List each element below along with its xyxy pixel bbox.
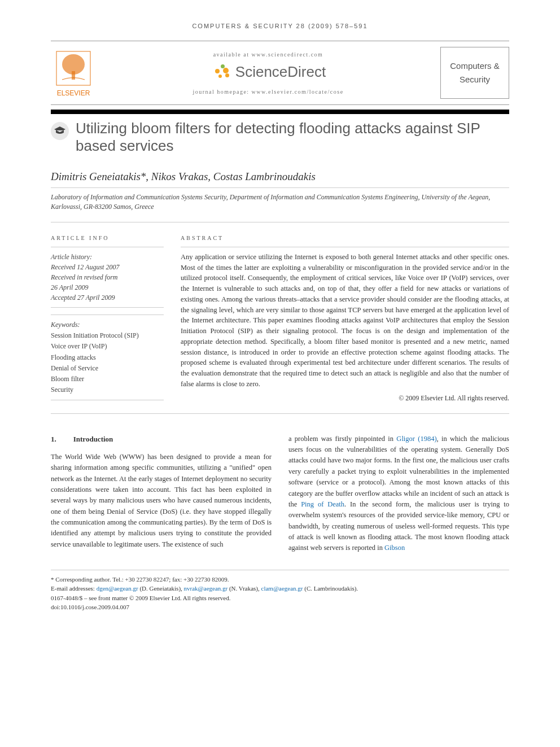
revised-line2: 26 April 2009 bbox=[51, 282, 164, 292]
accepted-date: Accepted 27 April 2009 bbox=[51, 292, 164, 303]
article-info-heading: ARTICLE INFO bbox=[51, 235, 164, 241]
abstract-heading: ABSTRACT bbox=[181, 235, 509, 241]
citation-link[interactable]: Gligor (1984) bbox=[396, 435, 436, 443]
body-paragraph: The World Wide Web (WWW) has been design… bbox=[51, 452, 272, 550]
sciencedirect-brand: ScienceDirect bbox=[104, 63, 432, 81]
keywords-block: Keywords: Session Initiation Protocol (S… bbox=[51, 314, 164, 400]
section-heading: 1.Introduction bbox=[51, 434, 272, 445]
section-number: 1. bbox=[51, 435, 56, 443]
authors: Dimitris Geneiatakis*, Nikos Vrakas, Cos… bbox=[51, 171, 509, 188]
abstract-column: ABSTRACT Any application or service util… bbox=[181, 235, 509, 403]
article-history: Article history: Received 12 August 2007… bbox=[51, 247, 164, 308]
elsevier-logo: ELSEVIER bbox=[51, 49, 96, 97]
title-bar bbox=[51, 110, 509, 114]
elsevier-tree-icon bbox=[54, 49, 93, 88]
keyword-item: Session Initiation Protocol (SIP) bbox=[51, 330, 164, 341]
keyword-item: Security bbox=[51, 385, 164, 395]
revised-line1: Received in revised form bbox=[51, 272, 164, 282]
keyword-item: Voice over IP (VoIP) bbox=[51, 341, 164, 352]
publisher-name: ELSEVIER bbox=[57, 89, 90, 97]
sciencedirect-text: ScienceDirect bbox=[235, 63, 326, 81]
body-text: , in which the malicious users focus on … bbox=[288, 435, 509, 508]
article-info-column: ARTICLE INFO Article history: Received 1… bbox=[51, 235, 164, 403]
keyword-item: Flooding attacks bbox=[51, 352, 164, 363]
body-columns: 1.Introduction The World Wide Web (WWW) … bbox=[51, 434, 509, 554]
section-title: Introduction bbox=[73, 435, 113, 443]
sciencedirect-icon bbox=[211, 63, 232, 80]
email-link[interactable]: nvrak@aegean.gr bbox=[184, 585, 228, 592]
citation-link[interactable]: Gibson bbox=[384, 544, 405, 552]
keyword-item: Denial of Service bbox=[51, 363, 164, 374]
reference-link[interactable]: Ping of Death bbox=[301, 500, 344, 508]
graduation-cap-icon bbox=[51, 122, 69, 140]
corresponding-author: * Corresponding author. Tel.: +30 22730 … bbox=[51, 575, 509, 584]
journal-homepage: journal homepage: www.elsevier.com/locat… bbox=[104, 89, 432, 95]
email-link[interactable]: dgen@aegean.gr bbox=[97, 585, 138, 592]
keyword-item: Bloom filter bbox=[51, 374, 164, 385]
body-text: a problem was firstly pinpointed in bbox=[288, 435, 396, 443]
affiliation: Laboratory of Information and Communicat… bbox=[51, 193, 509, 222]
received-date: Received 12 August 2007 bbox=[51, 262, 164, 272]
journal-title-box: Computers & Security bbox=[440, 47, 509, 99]
footnote-block: * Corresponding author. Tel.: +30 22730 … bbox=[51, 570, 509, 612]
abstract-text: Any application or service utilizing the… bbox=[181, 247, 509, 403]
email-addresses: E-mail addresses: dgen@aegean.gr (D. Gen… bbox=[51, 584, 509, 593]
article-title: Utilizing bloom filters for detecting fl… bbox=[76, 120, 509, 155]
history-label: Article history: bbox=[51, 252, 164, 262]
email-link[interactable]: clam@aegean.gr bbox=[261, 585, 303, 592]
body-column-left: 1.Introduction The World Wide Web (WWW) … bbox=[51, 434, 272, 554]
running-head: computers & security 28 (2009) 578–591 bbox=[51, 23, 509, 29]
issn-line: 0167-4048/$ – see front matter © 2009 El… bbox=[51, 593, 509, 603]
availability-text: available at www.sciencedirect.com bbox=[104, 51, 432, 58]
doi-line: doi:10.1016/j.cose.2009.04.007 bbox=[51, 602, 509, 612]
abstract-copyright: © 2009 Elsevier Ltd. All rights reserved… bbox=[181, 393, 509, 403]
keywords-label: Keywords: bbox=[51, 320, 164, 330]
journal-header: ELSEVIER available at www.sciencedirect.… bbox=[51, 41, 509, 105]
body-column-right: a problem was firstly pinpointed in Glig… bbox=[288, 434, 509, 554]
svg-rect-2 bbox=[72, 71, 75, 80]
